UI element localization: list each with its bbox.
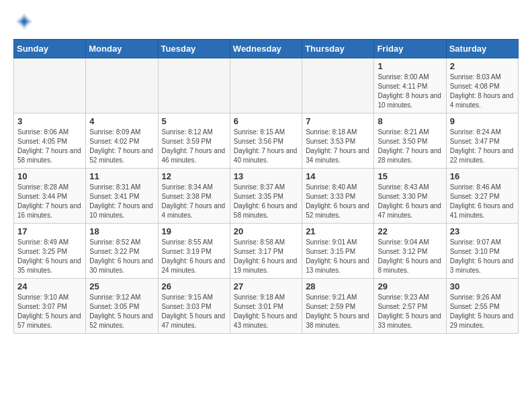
calendar-cell: 2Sunrise: 8:03 AM Sunset: 4:08 PM Daylig… <box>446 58 518 113</box>
day-number: 18 <box>89 226 154 236</box>
day-info: Sunrise: 9:15 AM Sunset: 3:03 PM Dayligh… <box>162 293 226 330</box>
day-info: Sunrise: 8:24 AM Sunset: 3:47 PM Dayligh… <box>450 128 515 165</box>
calendar-cell: 8Sunrise: 8:21 AM Sunset: 3:50 PM Daylig… <box>374 113 446 169</box>
calendar-cell: 18Sunrise: 8:52 AM Sunset: 3:22 PM Dayli… <box>86 224 158 279</box>
calendar-cell: 17Sunrise: 8:49 AM Sunset: 3:25 PM Dayli… <box>14 224 86 279</box>
day-number: 4 <box>89 116 154 126</box>
calendar-cell: 13Sunrise: 8:37 AM Sunset: 3:35 PM Dayli… <box>230 169 302 224</box>
day-info: Sunrise: 9:21 AM Sunset: 2:59 PM Dayligh… <box>306 293 370 330</box>
day-info: Sunrise: 8:34 AM Sunset: 3:38 PM Dayligh… <box>162 183 226 220</box>
day-info: Sunrise: 9:10 AM Sunset: 3:07 PM Dayligh… <box>17 293 82 330</box>
calendar-cell: 9Sunrise: 8:24 AM Sunset: 3:47 PM Daylig… <box>446 113 518 169</box>
day-info: Sunrise: 8:49 AM Sunset: 3:25 PM Dayligh… <box>17 238 82 275</box>
day-info: Sunrise: 8:21 AM Sunset: 3:50 PM Dayligh… <box>378 128 442 165</box>
day-number: 12 <box>162 171 226 181</box>
logo <box>13 11 38 32</box>
day-number: 25 <box>89 281 154 291</box>
calendar-week-2: 3Sunrise: 8:06 AM Sunset: 4:05 PM Daylig… <box>14 113 519 169</box>
day-info: Sunrise: 8:06 AM Sunset: 4:05 PM Dayligh… <box>17 128 82 165</box>
day-number: 16 <box>450 171 515 181</box>
day-number: 26 <box>162 281 226 291</box>
day-info: Sunrise: 8:40 AM Sunset: 3:33 PM Dayligh… <box>306 183 370 220</box>
calendar-cell: 15Sunrise: 8:43 AM Sunset: 3:30 PM Dayli… <box>374 169 446 224</box>
day-info: Sunrise: 9:04 AM Sunset: 3:12 PM Dayligh… <box>378 238 442 275</box>
day-number: 19 <box>162 226 226 236</box>
calendar-cell: 5Sunrise: 8:12 AM Sunset: 3:59 PM Daylig… <box>158 113 230 169</box>
calendar-cell <box>14 58 86 113</box>
day-info: Sunrise: 8:37 AM Sunset: 3:35 PM Dayligh… <box>234 183 298 220</box>
day-number: 10 <box>17 171 82 181</box>
calendar-cell: 25Sunrise: 9:12 AM Sunset: 3:05 PM Dayli… <box>86 279 158 334</box>
calendar-cell: 26Sunrise: 9:15 AM Sunset: 3:03 PM Dayli… <box>158 279 230 334</box>
calendar-table: SundayMondayTuesdayWednesdayThursdayFrid… <box>13 39 519 334</box>
calendar-cell: 23Sunrise: 9:07 AM Sunset: 3:10 PM Dayli… <box>446 224 518 279</box>
day-number: 1 <box>378 61 442 71</box>
calendar-cell <box>302 58 374 113</box>
day-number: 11 <box>89 171 154 181</box>
column-header-saturday: Saturday <box>446 40 518 58</box>
day-info: Sunrise: 8:03 AM Sunset: 4:08 PM Dayligh… <box>450 73 515 110</box>
day-number: 6 <box>234 116 298 126</box>
calendar-week-5: 24Sunrise: 9:10 AM Sunset: 3:07 PM Dayli… <box>14 279 519 334</box>
day-number: 22 <box>378 226 442 236</box>
calendar-header-row: SundayMondayTuesdayWednesdayThursdayFrid… <box>14 40 519 58</box>
calendar-cell <box>158 58 230 113</box>
day-info: Sunrise: 8:31 AM Sunset: 3:41 PM Dayligh… <box>89 183 154 220</box>
day-number: 3 <box>17 116 82 126</box>
calendar-cell: 19Sunrise: 8:55 AM Sunset: 3:19 PM Dayli… <box>158 224 230 279</box>
column-header-tuesday: Tuesday <box>158 40 230 58</box>
day-info: Sunrise: 9:01 AM Sunset: 3:15 PM Dayligh… <box>306 238 370 275</box>
day-info: Sunrise: 9:18 AM Sunset: 3:01 PM Dayligh… <box>234 293 298 330</box>
calendar-cell: 16Sunrise: 8:46 AM Sunset: 3:27 PM Dayli… <box>446 169 518 224</box>
day-number: 17 <box>17 226 82 236</box>
calendar-week-3: 10Sunrise: 8:28 AM Sunset: 3:44 PM Dayli… <box>14 169 519 224</box>
calendar-cell: 1Sunrise: 8:00 AM Sunset: 4:11 PM Daylig… <box>374 58 446 113</box>
day-info: Sunrise: 8:15 AM Sunset: 3:56 PM Dayligh… <box>234 128 298 165</box>
calendar-cell: 7Sunrise: 8:18 AM Sunset: 3:53 PM Daylig… <box>302 113 374 169</box>
page-header <box>13 11 519 32</box>
day-number: 24 <box>17 281 82 291</box>
day-number: 2 <box>450 61 515 71</box>
day-number: 14 <box>306 171 370 181</box>
calendar-cell: 22Sunrise: 9:04 AM Sunset: 3:12 PM Dayli… <box>374 224 446 279</box>
calendar-week-4: 17Sunrise: 8:49 AM Sunset: 3:25 PM Dayli… <box>14 224 519 279</box>
day-number: 23 <box>450 226 515 236</box>
calendar-cell <box>86 58 158 113</box>
day-info: Sunrise: 8:43 AM Sunset: 3:30 PM Dayligh… <box>378 183 442 220</box>
column-header-wednesday: Wednesday <box>230 40 302 58</box>
calendar-cell: 27Sunrise: 9:18 AM Sunset: 3:01 PM Dayli… <box>230 279 302 334</box>
calendar-cell: 28Sunrise: 9:21 AM Sunset: 2:59 PM Dayli… <box>302 279 374 334</box>
day-info: Sunrise: 8:58 AM Sunset: 3:17 PM Dayligh… <box>234 238 298 275</box>
day-info: Sunrise: 9:07 AM Sunset: 3:10 PM Dayligh… <box>450 238 515 275</box>
day-number: 7 <box>306 116 370 126</box>
calendar-cell: 4Sunrise: 8:09 AM Sunset: 4:02 PM Daylig… <box>86 113 158 169</box>
calendar-cell: 6Sunrise: 8:15 AM Sunset: 3:56 PM Daylig… <box>230 113 302 169</box>
column-header-sunday: Sunday <box>14 40 86 58</box>
day-info: Sunrise: 9:12 AM Sunset: 3:05 PM Dayligh… <box>89 293 154 330</box>
day-number: 21 <box>306 226 370 236</box>
day-info: Sunrise: 8:09 AM Sunset: 4:02 PM Dayligh… <box>89 128 154 165</box>
calendar-week-1: 1Sunrise: 8:00 AM Sunset: 4:11 PM Daylig… <box>14 58 519 113</box>
day-number: 5 <box>162 116 226 126</box>
calendar-cell: 29Sunrise: 9:23 AM Sunset: 2:57 PM Dayli… <box>374 279 446 334</box>
day-info: Sunrise: 8:00 AM Sunset: 4:11 PM Dayligh… <box>378 73 442 110</box>
day-number: 30 <box>450 281 515 291</box>
day-number: 13 <box>234 171 298 181</box>
day-info: Sunrise: 9:23 AM Sunset: 2:57 PM Dayligh… <box>378 293 442 330</box>
calendar-cell: 21Sunrise: 9:01 AM Sunset: 3:15 PM Dayli… <box>302 224 374 279</box>
day-number: 28 <box>306 281 370 291</box>
day-number: 15 <box>378 171 442 181</box>
calendar-cell: 11Sunrise: 8:31 AM Sunset: 3:41 PM Dayli… <box>86 169 158 224</box>
calendar-cell: 10Sunrise: 8:28 AM Sunset: 3:44 PM Dayli… <box>14 169 86 224</box>
column-header-thursday: Thursday <box>302 40 374 58</box>
day-info: Sunrise: 9:26 AM Sunset: 2:55 PM Dayligh… <box>450 293 515 330</box>
day-number: 29 <box>378 281 442 291</box>
day-info: Sunrise: 8:55 AM Sunset: 3:19 PM Dayligh… <box>162 238 226 275</box>
day-number: 20 <box>234 226 298 236</box>
day-info: Sunrise: 8:12 AM Sunset: 3:59 PM Dayligh… <box>162 128 226 165</box>
calendar-cell: 24Sunrise: 9:10 AM Sunset: 3:07 PM Dayli… <box>14 279 86 334</box>
calendar-cell: 20Sunrise: 8:58 AM Sunset: 3:17 PM Dayli… <box>230 224 302 279</box>
calendar-cell: 3Sunrise: 8:06 AM Sunset: 4:05 PM Daylig… <box>14 113 86 169</box>
calendar-cell: 30Sunrise: 9:26 AM Sunset: 2:55 PM Dayli… <box>446 279 518 334</box>
day-number: 27 <box>234 281 298 291</box>
